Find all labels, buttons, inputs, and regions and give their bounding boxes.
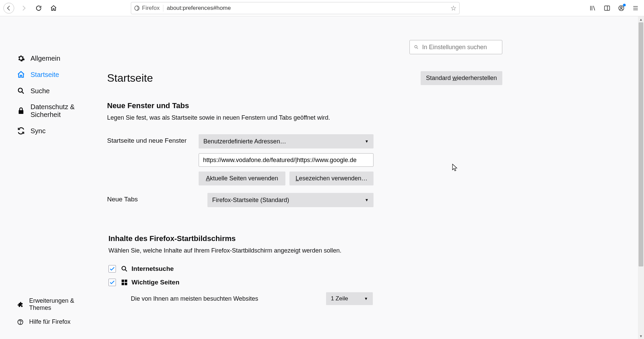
- search-icon: [17, 87, 25, 95]
- hamburger-menu-icon[interactable]: [630, 3, 641, 13]
- back-button[interactable]: [3, 3, 14, 14]
- svg-point-4: [18, 88, 22, 92]
- svg-rect-10: [122, 280, 124, 282]
- url-text: about:preferences#home: [167, 5, 447, 12]
- checkbox-label: Wichtige Seiten: [132, 279, 179, 286]
- sidebar-item-label: Erweiterungen & Themes: [29, 297, 97, 312]
- gear-icon: [17, 54, 25, 62]
- websearch-checkbox[interactable]: [108, 265, 116, 273]
- newtabs-label: Neue Tabs: [107, 193, 199, 203]
- sidebar-item-label: Hilfe für Firefox: [29, 318, 71, 325]
- select-value: 1 Zeile: [331, 295, 348, 302]
- svg-rect-13: [125, 283, 127, 285]
- svg-point-8: [415, 45, 417, 48]
- select-value: Firefox-Startseite (Standard): [212, 197, 289, 204]
- section-desc: Legen Sie fest, was als Startseite sowie…: [107, 114, 644, 121]
- svg-point-9: [122, 266, 126, 270]
- newtabs-select[interactable]: Firefox-Startseite (Standard) ▼: [207, 193, 374, 207]
- settings-search-input[interactable]: [422, 44, 498, 51]
- sidebar-item-label: Sync: [31, 127, 45, 135]
- svg-rect-5: [19, 110, 23, 114]
- vertical-scrollbar[interactable]: ▲ ▼: [638, 16, 644, 339]
- forward-button[interactable]: [18, 3, 29, 14]
- scroll-up-arrow-icon[interactable]: ▲: [638, 16, 644, 22]
- topsites-checkbox[interactable]: [108, 279, 116, 286]
- section-title: Neue Fenster und Tabs: [107, 101, 644, 110]
- select-value: Benutzerdefinierte Adressen…: [203, 138, 286, 145]
- use-current-pages-button[interactable]: Aktuelle Seiten verwenden: [199, 172, 285, 185]
- browser-toolbar: Firefox about:preferences#home ☆: [0, 0, 644, 16]
- chevron-down-icon: ▼: [365, 139, 369, 144]
- homepage-mode-select[interactable]: Benutzerdefinierte Adressen… ▼: [199, 134, 374, 148]
- sidebar-item-privacy[interactable]: Datenschutz & Sicherheit: [0, 99, 102, 123]
- sidebar-item-help[interactable]: Hilfe für Firefox: [0, 315, 102, 329]
- sidebar-item-home[interactable]: Startseite: [0, 66, 102, 83]
- homepage-url-input[interactable]: [199, 153, 374, 167]
- svg-point-7: [20, 323, 20, 323]
- lock-icon: [17, 107, 25, 115]
- reload-button[interactable]: [33, 3, 44, 14]
- homepage-label: Startseite und neue Fenster: [107, 134, 199, 144]
- svg-point-0: [135, 6, 139, 11]
- sidebar-item-label: Suche: [31, 87, 50, 95]
- sidebar-item-search[interactable]: Suche: [0, 83, 102, 99]
- use-bookmark-button[interactable]: Lesezeichen verwenden…: [289, 172, 374, 185]
- identity-label: Firefox: [142, 5, 160, 12]
- preferences-sidebar: Allgemein Startseite Suche Datenschutz &…: [0, 16, 102, 339]
- account-icon[interactable]: [616, 3, 626, 13]
- checkbox-label: Internetsuche: [132, 265, 174, 273]
- bookmark-star-icon[interactable]: ☆: [450, 4, 457, 12]
- sidebar-item-label: Datenschutz & Sicherheit: [31, 103, 97, 119]
- scroll-down-arrow-icon[interactable]: ▼: [638, 333, 644, 339]
- grid-icon: [121, 279, 128, 286]
- sync-icon: [17, 127, 25, 135]
- url-bar[interactable]: Firefox about:preferences#home ☆: [131, 2, 460, 14]
- identity-box[interactable]: Firefox: [134, 5, 163, 12]
- sidebar-item-sync[interactable]: Sync: [0, 123, 102, 139]
- sidebar-icon[interactable]: [602, 3, 612, 13]
- main-panel: Startseite Standard wiederherstellen Neu…: [102, 16, 644, 339]
- firefox-icon: [134, 5, 140, 11]
- search-icon: [414, 44, 419, 50]
- sidebar-item-label: Allgemein: [31, 55, 60, 62]
- notification-dot-icon: [623, 4, 626, 6]
- sidebar-item-general[interactable]: Allgemein: [0, 50, 102, 66]
- home-button[interactable]: [48, 3, 59, 14]
- svg-point-3: [621, 6, 622, 8]
- chevron-down-icon: ▼: [365, 198, 369, 202]
- section-title: Inhalte des Firefox-Startbildschirms: [108, 234, 644, 243]
- topsites-rows-select[interactable]: 1 Zeile ▼: [326, 292, 373, 305]
- puzzle-icon: [17, 301, 24, 308]
- page-title: Startseite: [107, 72, 153, 84]
- help-icon: [17, 319, 24, 325]
- library-icon[interactable]: [588, 3, 598, 13]
- section-desc: Wählen Sie, welche Inhalte auf Ihrem Fir…: [108, 247, 644, 254]
- search-icon: [121, 265, 128, 273]
- sidebar-item-label: Startseite: [31, 71, 59, 79]
- chevron-down-icon: ▼: [364, 296, 368, 301]
- restore-defaults-button[interactable]: Standard wiederherstellen: [421, 71, 502, 85]
- topsites-desc: Die von Ihnen am meisten besuchten Websi…: [131, 295, 258, 302]
- sidebar-item-extensions[interactable]: Erweiterungen & Themes: [0, 294, 102, 315]
- scroll-thumb[interactable]: [639, 22, 643, 266]
- svg-rect-11: [125, 280, 127, 282]
- settings-search-box[interactable]: [409, 40, 502, 54]
- svg-rect-12: [122, 283, 124, 285]
- home-icon: [17, 71, 25, 79]
